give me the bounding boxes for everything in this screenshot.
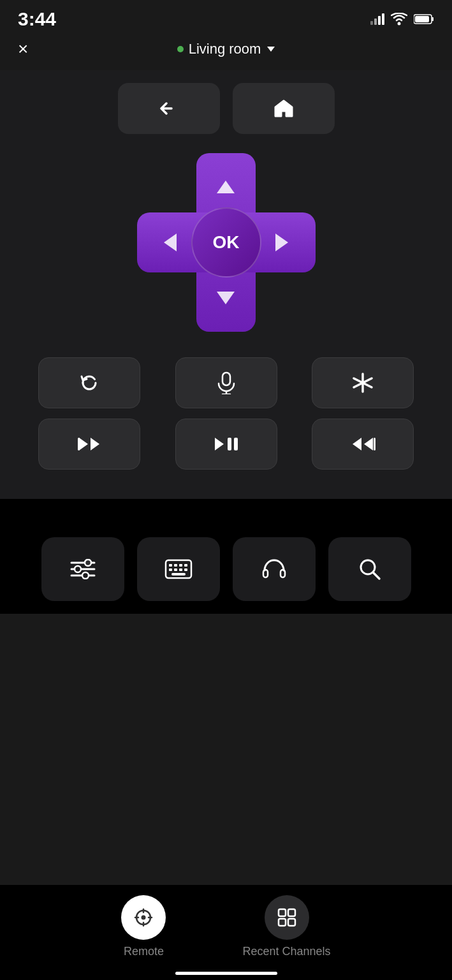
svg-rect-6: [432, 17, 434, 21]
down-arrow-icon: [217, 292, 235, 304]
tab-bar: Remote Recent Channels: [0, 885, 452, 980]
options-button[interactable]: [312, 357, 414, 408]
search-button[interactable]: [328, 537, 411, 601]
home-indicator: [175, 972, 277, 975]
device-name: Living room: [189, 41, 261, 57]
play-pause-button[interactable]: [175, 419, 277, 470]
svg-rect-7: [415, 16, 429, 22]
right-arrow-icon: [275, 234, 288, 251]
svg-rect-28: [184, 564, 187, 567]
svg-point-23: [82, 572, 89, 579]
remote-tab-label: Remote: [124, 945, 164, 958]
media-row-1: [38, 357, 414, 408]
svg-rect-45: [288, 909, 295, 916]
svg-rect-32: [184, 568, 187, 571]
back-button[interactable]: [118, 83, 220, 134]
svg-point-4: [398, 22, 401, 26]
media-buttons: [0, 357, 452, 470]
keyboard-button[interactable]: [137, 537, 220, 601]
device-status-dot: [177, 46, 184, 52]
device-selector[interactable]: Living room: [177, 41, 275, 57]
svg-rect-35: [281, 570, 285, 577]
svg-rect-31: [179, 568, 182, 571]
svg-rect-16: [234, 438, 238, 450]
settings-button[interactable]: [41, 537, 124, 601]
svg-rect-29: [169, 568, 172, 571]
header: × Living room: [0, 34, 452, 70]
svg-line-37: [373, 572, 379, 579]
headphones-button[interactable]: [233, 537, 316, 601]
svg-rect-33: [171, 573, 186, 575]
up-arrow-icon: [217, 181, 235, 193]
fast-forward-button[interactable]: [312, 419, 414, 470]
svg-point-21: [85, 560, 91, 566]
svg-rect-46: [279, 919, 286, 926]
svg-rect-14: [78, 438, 80, 450]
svg-rect-17: [374, 438, 375, 450]
svg-rect-8: [222, 373, 230, 385]
svg-rect-47: [288, 919, 295, 926]
remote-tab-icon-bg: [121, 895, 166, 940]
svg-point-22: [75, 566, 81, 572]
svg-rect-2: [378, 16, 381, 25]
ok-button[interactable]: OK: [191, 207, 261, 278]
svg-rect-25: [169, 564, 172, 567]
bottom-area: [0, 499, 452, 614]
svg-rect-44: [279, 909, 286, 916]
tab-recent-channels[interactable]: Recent Channels: [242, 895, 330, 958]
status-time: 3:44: [18, 8, 56, 30]
tool-buttons: [18, 524, 434, 614]
replay-button[interactable]: [38, 357, 140, 408]
close-button[interactable]: ×: [18, 40, 28, 58]
svg-rect-34: [263, 570, 268, 577]
svg-rect-1: [374, 19, 377, 25]
rewind-button[interactable]: [38, 419, 140, 470]
left-arrow-icon: [164, 234, 177, 251]
svg-rect-15: [228, 438, 231, 450]
recent-channels-tab-icon-bg: [265, 895, 309, 940]
tab-remote[interactable]: Remote: [121, 895, 166, 958]
dpad-container: OK: [0, 153, 452, 332]
recent-channels-tab-label: Recent Channels: [242, 945, 330, 958]
svg-rect-0: [370, 21, 373, 25]
status-bar: 3:44: [0, 0, 452, 34]
microphone-button[interactable]: [175, 357, 277, 408]
ok-label: OK: [213, 232, 240, 253]
media-row-2: [38, 419, 414, 470]
home-button[interactable]: [233, 83, 335, 134]
svg-rect-30: [174, 568, 177, 571]
chevron-down-icon: [267, 47, 275, 52]
signal-icon: [370, 13, 384, 25]
top-buttons-row: [0, 83, 452, 134]
dpad: OK: [137, 153, 316, 332]
svg-rect-27: [179, 564, 182, 567]
svg-rect-3: [382, 13, 384, 25]
remote-area: OK: [0, 70, 452, 499]
status-icons: [370, 13, 434, 26]
battery-icon: [414, 14, 434, 24]
wifi-icon: [391, 13, 407, 26]
svg-point-39: [142, 916, 146, 920]
svg-rect-26: [174, 564, 177, 567]
